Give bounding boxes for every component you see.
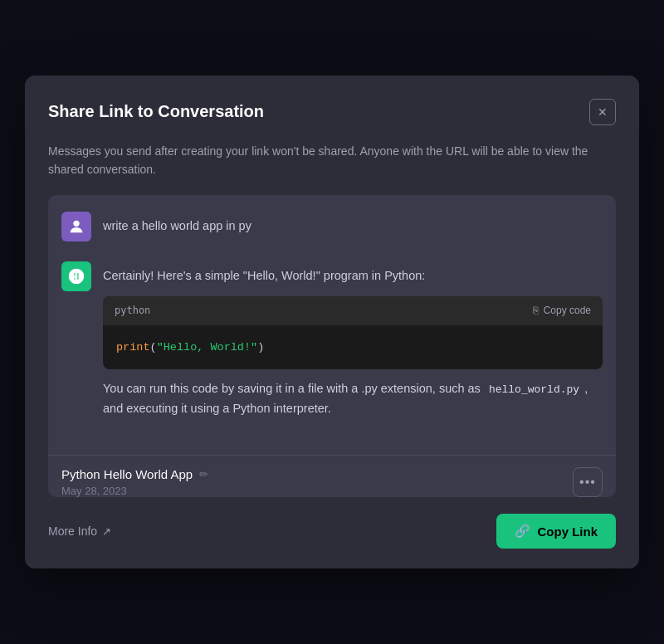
more-info-link[interactable]: More Info ↗ [48, 524, 111, 538]
code-block: python ⎘ Copy code print("Hello, World!"… [103, 296, 603, 370]
modal-header: Share Link to Conversation ✕ [48, 99, 616, 125]
ai-avatar: ✦ [61, 261, 91, 291]
ai-message-content: Certainly! Here's a simple "Hello, World… [103, 261, 603, 418]
ai-intro-text: Certainly! Here's a simple "Hello, World… [103, 269, 425, 282]
copy-code-button[interactable]: ⎘ Copy code [533, 305, 591, 316]
conversation-meta: Python Hello World App ✏ May 28, 2023 [61, 467, 208, 497]
copy-link-label: Copy Link [537, 524, 598, 539]
share-modal: Share Link to Conversation ✕ Messages yo… [25, 76, 639, 569]
conversation-date: May 28, 2023 [61, 485, 208, 497]
copy-link-button[interactable]: 🔗 Copy Link [496, 514, 616, 549]
code-string: "Hello, World!" [157, 341, 258, 354]
conversation-title: Python Hello World App [61, 467, 193, 481]
link-icon: 🔗 [515, 524, 530, 539]
close-button[interactable]: ✕ [589, 99, 616, 125]
edit-icon[interactable]: ✏ [199, 468, 208, 481]
modal-description: Messages you send after creating your li… [48, 142, 616, 179]
code-paren-close: ) [257, 341, 264, 354]
more-options-button[interactable]: ••• [573, 467, 603, 497]
more-info-label: More Info [48, 524, 97, 538]
svg-text:✦: ✦ [72, 273, 79, 281]
copy-icon: ⎘ [533, 305, 539, 316]
ai-inline-code: hello_world.py [484, 382, 584, 398]
conversation-preview: write a hello world app in py ✦ Certainl… [48, 195, 616, 497]
code-paren-open: ( [150, 341, 157, 354]
modal-title: Share Link to Conversation [48, 102, 264, 121]
code-keyword: print [116, 341, 150, 354]
conversation-scroll[interactable]: write a hello world app in py ✦ Certainl… [48, 195, 616, 455]
modal-overlay: Share Link to Conversation ✕ Messages yo… [0, 0, 664, 644]
ai-message: ✦ Certainly! Here's a simple "Hello, Wor… [61, 261, 603, 418]
code-language-label: python [115, 303, 150, 319]
code-block-header: python ⎘ Copy code [103, 296, 603, 325]
user-message: write a hello world app in py [61, 212, 603, 242]
external-link-icon: ↗ [102, 525, 111, 538]
ai-outro-text-1: You can run this code by saving it in a … [103, 382, 484, 395]
conversation-title-row: Python Hello World App ✏ [61, 467, 208, 481]
svg-point-0 [73, 221, 79, 227]
modal-actions: More Info ↗ 🔗 Copy Link [48, 514, 616, 549]
code-block-body: print("Hello, World!") [103, 325, 603, 370]
conversation-footer: Python Hello World App ✏ May 28, 2023 ••… [48, 455, 616, 497]
user-avatar [61, 212, 91, 242]
copy-code-label: Copy code [544, 305, 591, 316]
user-message-text: write a hello world app in py [103, 212, 603, 236]
